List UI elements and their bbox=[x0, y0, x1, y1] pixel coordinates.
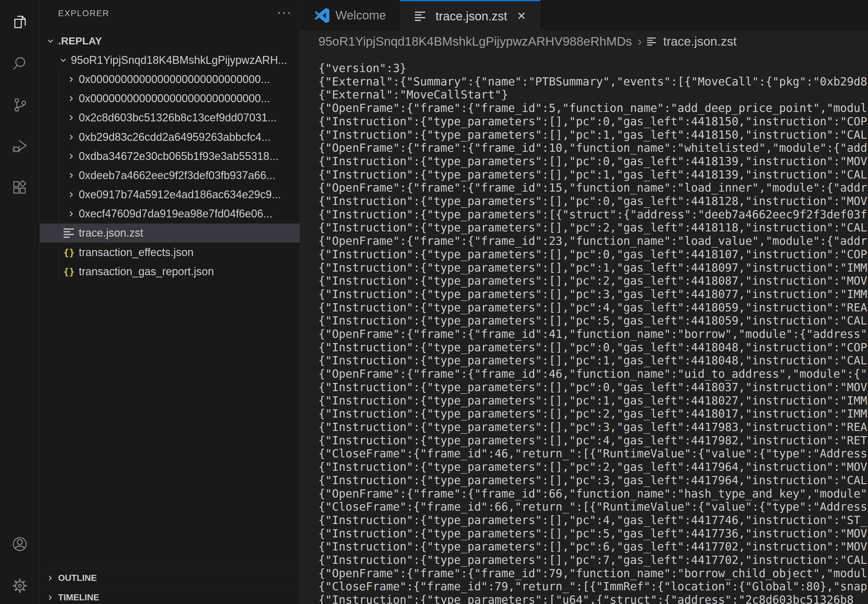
breadcrumb-folder[interactable]: 95oR1YipjSnqd18K4BMshkLgPijypwzARHV988eR… bbox=[318, 34, 632, 49]
tab-welcome[interactable]: Welcome bbox=[300, 0, 400, 31]
code-line: {"Instruction":{"type_parameters":[],"pc… bbox=[318, 221, 868, 234]
activity-search-button[interactable] bbox=[0, 43, 40, 84]
editor-pane[interactable]: {"version":3} {"External":{"Summary":{"n… bbox=[300, 52, 868, 604]
tree-item-label: 95oR1YipjSnqd18K4BMshkLgPijypwzARH... bbox=[71, 54, 287, 67]
chevron-right-icon bbox=[67, 152, 76, 161]
code-line: {"CloseFrame":{"frame_id":79,"return_":[… bbox=[318, 580, 868, 593]
code-line: {"External":"MoveCallStart"} bbox=[318, 88, 868, 102]
tree-item-label: transaction_effects.json bbox=[79, 246, 194, 259]
activity-extensions-button[interactable] bbox=[0, 167, 40, 208]
tree-item-label: trace.json.zst bbox=[79, 226, 143, 239]
chevron-right-icon bbox=[67, 209, 76, 218]
tree-folder-address[interactable]: 0x2c8d603bc51326b8c13cef9dd07031... bbox=[40, 108, 299, 127]
activity-run-debug-button[interactable] bbox=[0, 125, 40, 167]
tree-file-transaction-effects[interactable]: {} transaction_effects.json bbox=[40, 243, 299, 262]
file-lines-icon bbox=[648, 35, 660, 48]
code-line: {"Instruction":{"type_parameters":[],"pc… bbox=[318, 155, 868, 168]
file-lines-icon bbox=[63, 227, 75, 239]
code-line: {"Instruction":{"type_parameters":["u64"… bbox=[318, 593, 868, 604]
section-label: OUTLINE bbox=[58, 573, 97, 583]
sidebar-section-outline[interactable]: OUTLINE bbox=[40, 568, 299, 588]
chevron-right-icon bbox=[67, 94, 76, 103]
code-line: {"Instruction":{"type_parameters":[],"pc… bbox=[318, 474, 868, 487]
tab-trace-json-zst[interactable]: trace.json.zst ✕ bbox=[400, 0, 541, 31]
code-line: {"Instruction":{"type_parameters":[],"pc… bbox=[318, 540, 868, 553]
editor-group: Welcome trace.json.zst ✕ 95oR1YipjSnqd18… bbox=[300, 0, 868, 604]
explorer-sidebar: EXPLORER ··· .REPLAY 95oR1YipjSnqd18K4BM… bbox=[40, 0, 300, 604]
file-tree: .REPLAY 95oR1YipjSnqd18K4BMshkLgPijypwzA… bbox=[40, 31, 299, 281]
json-icon: {} bbox=[63, 265, 75, 278]
code-line: {"Instruction":{"type_parameters":[],"pc… bbox=[318, 407, 868, 421]
tree-folder-address[interactable]: 0xecf47609d7da919ea98e7fd04f6e06... bbox=[40, 204, 299, 223]
tree-folder-address[interactable]: 0xb29d83c26cdd2a64959263abbcfc4... bbox=[40, 127, 299, 147]
chevron-right-icon bbox=[46, 574, 54, 582]
code-line: {"Instruction":{"type_parameters":[],"pc… bbox=[318, 341, 868, 354]
code-line: {"Instruction":{"type_parameters":[],"pc… bbox=[318, 261, 868, 275]
chevron-right-icon bbox=[67, 190, 76, 199]
search-icon bbox=[12, 56, 28, 71]
close-icon[interactable]: ✕ bbox=[517, 10, 526, 23]
code-line: {"OpenFrame":{"frame":{"frame_id":79,"fu… bbox=[318, 567, 868, 580]
tab-bar: Welcome trace.json.zst ✕ bbox=[300, 0, 868, 31]
activity-settings-button[interactable] bbox=[0, 565, 40, 604]
tree-item-label: 0xb29d83c26cdd2a64959263abbcfc4... bbox=[79, 131, 271, 144]
files-icon bbox=[12, 14, 28, 30]
code-content: {"version":3} {"External":{"Summary":{"n… bbox=[300, 52, 868, 604]
sidebar-title: EXPLORER bbox=[58, 9, 110, 18]
code-line: {"Instruction":{"type_parameters":[],"pc… bbox=[318, 434, 868, 448]
activity-explorer-button[interactable] bbox=[0, 2, 40, 43]
sidebar-section-timeline[interactable]: TIMELINE bbox=[40, 588, 299, 604]
breadcrumb[interactable]: 95oR1YipjSnqd18K4BMshkLgPijypwzARHV988eR… bbox=[300, 31, 868, 52]
tree-folder-address[interactable]: 0x0000000000000000000000000000... bbox=[40, 89, 299, 108]
activity-source-control-button[interactable] bbox=[0, 84, 40, 125]
code-line: {"Instruction":{"type_parameters":[],"pc… bbox=[318, 248, 868, 261]
tree-item-label: 0x2c8d603bc51326b8c13cef9dd07031... bbox=[79, 111, 277, 124]
tree-item-label: 0xdeeb7a4662eec9f2f3def03fb937a66... bbox=[79, 169, 276, 182]
code-line: {"version":3} bbox=[318, 62, 868, 75]
tab-label: Welcome bbox=[335, 9, 386, 22]
gear-icon bbox=[12, 578, 28, 594]
tree-folder-digest[interactable]: 95oR1YipjSnqd18K4BMshkLgPijypwzARH... bbox=[40, 51, 299, 70]
section-label: TIMELINE bbox=[58, 592, 99, 602]
code-line: {"OpenFrame":{"frame":{"frame_id":10,"fu… bbox=[318, 141, 868, 155]
vscode-logo-icon bbox=[314, 8, 330, 23]
tree-folder-address[interactable]: 0xdba34672e30cb065b1f93e3ab55318... bbox=[40, 147, 299, 166]
chevron-right-icon bbox=[67, 75, 76, 84]
code-line: {"Instruction":{"type_parameters":[],"pc… bbox=[318, 288, 868, 301]
tree-item-label: 0xdba34672e30cb065b1f93e3ab55318... bbox=[79, 150, 279, 163]
tree-folder-address[interactable]: 0xdeeb7a4662eec9f2f3def03fb937a66... bbox=[40, 166, 299, 185]
tree-item-label: 0x0000000000000000000000000000... bbox=[79, 73, 270, 86]
tree-folder-address[interactable]: 0x0000000000000000000000000000... bbox=[40, 70, 299, 89]
source-control-icon bbox=[12, 97, 28, 113]
code-line: {"Instruction":{"type_parameters":[],"pc… bbox=[318, 381, 868, 394]
code-line: {"CloseFrame":{"frame_id":66,"return_":[… bbox=[318, 500, 868, 514]
code-line: {"Instruction":{"type_parameters":[],"pc… bbox=[318, 115, 868, 129]
more-actions-icon[interactable]: ··· bbox=[277, 5, 292, 19]
tree-root-replay[interactable]: .REPLAY bbox=[40, 31, 299, 51]
tree-file-trace[interactable]: trace.json.zst bbox=[40, 223, 299, 243]
tree-item-label: transaction_gas_report.json bbox=[79, 265, 214, 278]
code-line: {"Instruction":{"type_parameters":[],"pc… bbox=[318, 274, 868, 288]
chevron-down-icon bbox=[59, 56, 68, 65]
tree-item-label: .REPLAY bbox=[58, 35, 102, 47]
code-line: {"Instruction":{"type_parameters":[],"pc… bbox=[318, 527, 868, 541]
breadcrumb-file[interactable]: trace.json.zst bbox=[663, 34, 737, 49]
activity-bar bbox=[0, 0, 40, 604]
code-line: {"Instruction":{"type_parameters":[],"pc… bbox=[318, 195, 868, 208]
json-icon: {} bbox=[63, 246, 75, 259]
account-icon bbox=[12, 536, 28, 552]
code-line: {"OpenFrame":{"frame":{"frame_id":66,"fu… bbox=[318, 487, 868, 500]
code-line: {"Instruction":{"type_parameters":[],"pc… bbox=[318, 168, 868, 181]
tree-folder-address[interactable]: 0xe0917b74a5912e4ad186ac634e29c9... bbox=[40, 185, 299, 204]
code-line: {"Instruction":{"type_parameters":[],"pc… bbox=[318, 460, 868, 474]
tree-item-label: 0x0000000000000000000000000000... bbox=[79, 92, 270, 105]
chevron-right-icon bbox=[67, 133, 76, 142]
code-line: {"Instruction":{"type_parameters":[],"pc… bbox=[318, 129, 868, 142]
code-line: {"Instruction":{"type_parameters":[],"pc… bbox=[318, 301, 868, 314]
chevron-right-icon bbox=[46, 593, 54, 602]
chevron-right-icon bbox=[67, 113, 76, 122]
code-line: {"Instruction":{"type_parameters":[{"str… bbox=[318, 208, 868, 221]
debug-icon bbox=[12, 138, 28, 154]
tree-file-transaction-gas-report[interactable]: {} transaction_gas_report.json bbox=[40, 262, 299, 281]
activity-accounts-button[interactable] bbox=[0, 523, 40, 565]
